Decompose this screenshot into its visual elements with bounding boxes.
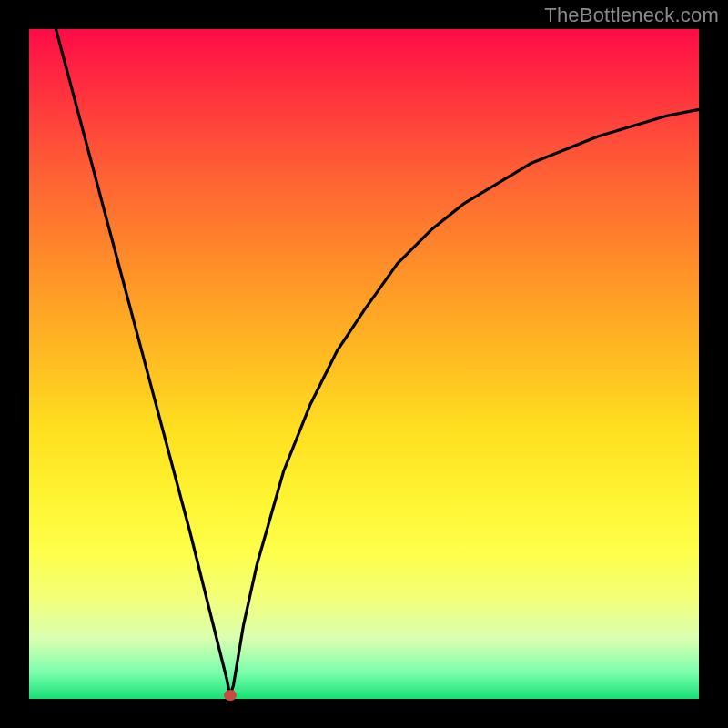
bottleneck-curve: [29, 29, 699, 699]
plot-area: [29, 29, 699, 699]
watermark-text: TheBottleneck.com: [544, 4, 719, 27]
chart-frame: TheBottleneck.com: [0, 0, 728, 728]
optimum-marker: [224, 690, 237, 701]
